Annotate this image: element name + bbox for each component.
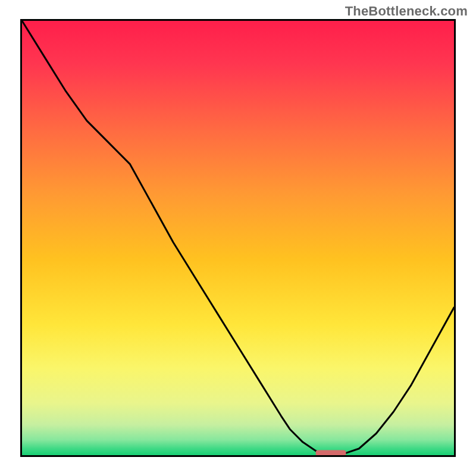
curve-overlay <box>22 21 454 455</box>
watermark-text: TheBottleneck.com <box>345 4 468 19</box>
bottleneck-curve <box>22 21 454 455</box>
chart-stage: TheBottleneck.com <box>0 0 476 476</box>
optimal-range-marker <box>316 450 346 455</box>
plot-area <box>20 19 456 457</box>
